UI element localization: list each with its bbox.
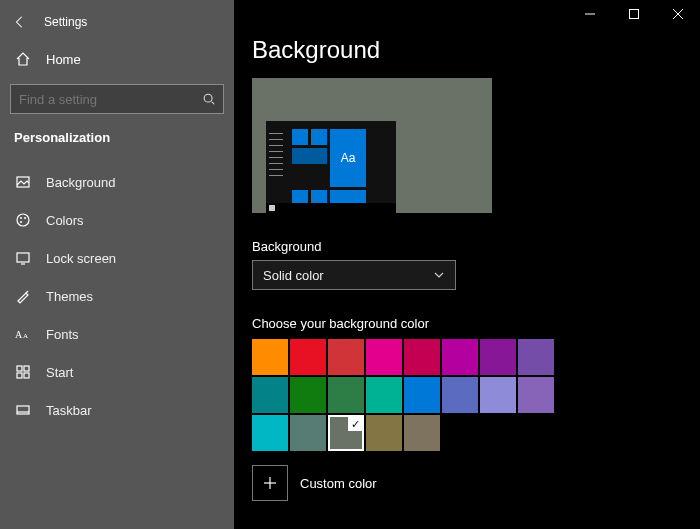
maximize-button[interactable] [612,0,656,28]
color-swatch[interactable] [366,377,402,413]
sidebar-item-label: Background [46,175,115,190]
svg-text:A: A [15,329,23,340]
color-swatch[interactable]: ✓ [328,415,364,451]
lock-screen-icon [14,249,32,267]
background-preview: Aa [252,78,492,213]
sidebar-item-label: Fonts [46,327,79,342]
color-swatch[interactable] [366,415,402,451]
color-swatch[interactable] [404,377,440,413]
color-swatch[interactable] [518,377,554,413]
arrow-left-icon [11,13,29,31]
preview-taskbar [266,203,396,213]
sidebar-item-start[interactable]: Start [0,353,234,391]
home-label: Home [46,52,81,67]
color-swatch[interactable] [290,415,326,451]
close-button[interactable] [656,0,700,28]
app-title: Settings [40,15,87,29]
sidebar-item-label: Lock screen [46,251,116,266]
search-input[interactable] [10,84,224,114]
svg-rect-12 [24,373,29,378]
color-swatch[interactable] [252,339,288,375]
color-swatch[interactable] [328,377,364,413]
color-swatch[interactable] [290,377,326,413]
sidebar-nav: Background Colors Lock screen Themes AA … [0,163,234,429]
svg-rect-6 [17,253,29,262]
palette-icon [14,211,32,229]
background-dropdown[interactable]: Solid color [252,260,456,290]
svg-point-5 [20,221,22,223]
svg-rect-9 [17,366,22,371]
color-swatch[interactable] [480,377,516,413]
preview-start-menu: Aa [266,121,396,213]
plus-icon [262,475,278,491]
color-swatch[interactable] [404,415,440,451]
sidebar-item-fonts[interactable]: AA Fonts [0,315,234,353]
sidebar-item-label: Taskbar [46,403,92,418]
color-swatch[interactable] [442,339,478,375]
minimize-button[interactable] [568,0,612,28]
color-swatch[interactable] [442,377,478,413]
svg-point-3 [20,217,22,219]
sidebar-item-background[interactable]: Background [0,163,234,201]
color-swatch[interactable] [252,377,288,413]
color-swatch[interactable] [480,339,516,375]
color-swatch[interactable] [404,339,440,375]
color-swatch-grid: ✓ [252,339,700,451]
color-swatch[interactable] [328,339,364,375]
check-icon: ✓ [348,417,362,431]
color-swatch[interactable] [518,339,554,375]
svg-rect-16 [630,10,639,19]
sidebar-item-themes[interactable]: Themes [0,277,234,315]
preview-sample-text-icon: Aa [341,151,356,165]
svg-text:A: A [23,332,28,340]
sidebar-item-label: Themes [46,289,93,304]
back-button[interactable] [0,6,40,38]
main-content: Background Aa Background Solid color [234,0,700,529]
svg-point-4 [24,217,26,219]
sidebar-item-colors[interactable]: Colors [0,201,234,239]
background-dropdown-value: Solid color [263,268,324,283]
settings-sidebar: Settings Home Personalization Background… [0,0,234,529]
swatch-section-label: Choose your background color [252,316,700,331]
color-swatch[interactable] [252,415,288,451]
custom-color-button[interactable] [252,465,288,501]
background-dropdown-label: Background [252,239,700,254]
preview-tiles: Aa [292,129,370,203]
themes-icon [14,287,32,305]
sidebar-item-label: Start [46,365,73,380]
svg-rect-10 [24,366,29,371]
color-swatch[interactable] [290,339,326,375]
sidebar-item-lock-screen[interactable]: Lock screen [0,239,234,277]
custom-color-label: Custom color [300,476,377,491]
picture-icon [14,173,32,191]
sidebar-item-label: Colors [46,213,84,228]
sidebar-item-taskbar[interactable]: Taskbar [0,391,234,429]
window-controls [568,0,700,28]
fonts-icon: AA [14,325,32,343]
home-icon [14,50,32,68]
color-swatch[interactable] [366,339,402,375]
svg-rect-13 [17,406,29,414]
svg-point-2 [17,214,29,226]
taskbar-icon [14,401,32,419]
sidebar-item-home[interactable]: Home [0,42,234,76]
sidebar-section-title: Personalization [0,124,234,155]
svg-rect-11 [17,373,22,378]
start-icon [14,363,32,381]
chevron-down-icon [433,269,445,281]
preview-start-list [266,129,286,203]
